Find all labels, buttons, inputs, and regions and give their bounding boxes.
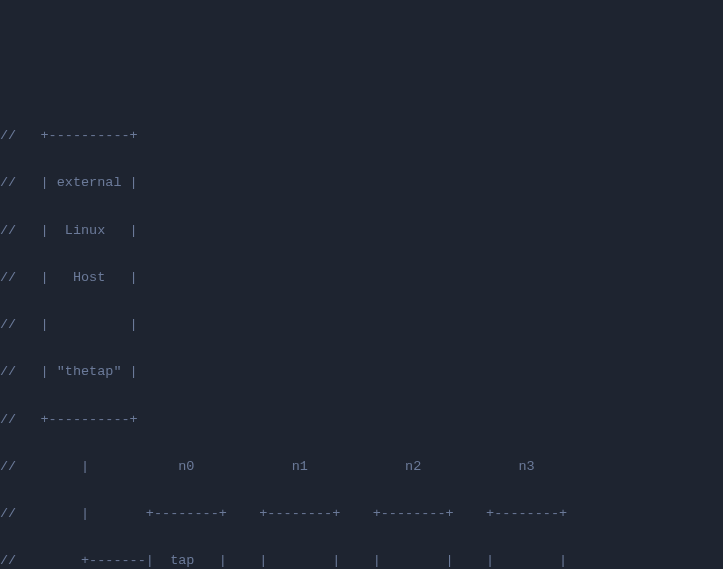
ascii-line: // | Linux | (0, 219, 723, 243)
ascii-line: // | +--------+ +--------+ +--------+ +-… (0, 502, 723, 526)
ascii-line: // +----------+ (0, 124, 723, 148)
ascii-line: // +----------+ (0, 408, 723, 432)
ascii-line: // | external | (0, 171, 723, 195)
ascii-line: // +-------| tap | | | | | | | (0, 549, 723, 569)
ascii-line: // | "thetap" | (0, 360, 723, 384)
ascii-line: // | n0 n1 n2 n3 (0, 455, 723, 479)
code-comment-block: // +----------+ // | external | // | Lin… (0, 101, 723, 570)
ascii-line: // | | (0, 313, 723, 337)
ascii-line: // | Host | (0, 266, 723, 290)
